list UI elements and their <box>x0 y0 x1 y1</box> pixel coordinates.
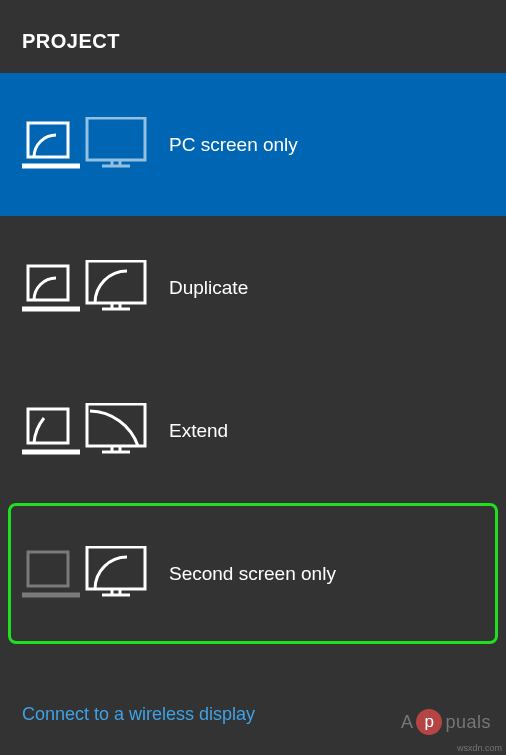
pc-only-icon <box>22 115 147 175</box>
second-only-icon <box>22 544 147 604</box>
option-duplicate[interactable]: Duplicate <box>0 216 506 359</box>
watermark-badge: p <box>416 709 442 735</box>
option-label: Second screen only <box>169 563 336 585</box>
option-pc-screen-only[interactable]: PC screen only <box>0 73 506 216</box>
option-second-screen-only[interactable]: Second screen only <box>0 502 506 645</box>
source-text: wsxdn.com <box>457 743 502 753</box>
panel-title: PROJECT <box>22 30 484 53</box>
connect-wireless-link[interactable]: Connect to a wireless display <box>22 704 255 725</box>
project-panel: PROJECT PC screen only <box>0 0 506 755</box>
options-list: PC screen only Duplicate <box>0 73 506 645</box>
watermark-prefix: A <box>401 712 414 733</box>
extend-icon <box>22 401 147 461</box>
option-extend[interactable]: Extend <box>0 359 506 502</box>
option-label: Duplicate <box>169 277 248 299</box>
option-label: PC screen only <box>169 134 298 156</box>
duplicate-icon <box>22 258 147 318</box>
watermark: A p puals <box>401 709 491 735</box>
watermark-suffix: puals <box>445 712 491 733</box>
option-label: Extend <box>169 420 228 442</box>
panel-header: PROJECT <box>0 0 506 73</box>
